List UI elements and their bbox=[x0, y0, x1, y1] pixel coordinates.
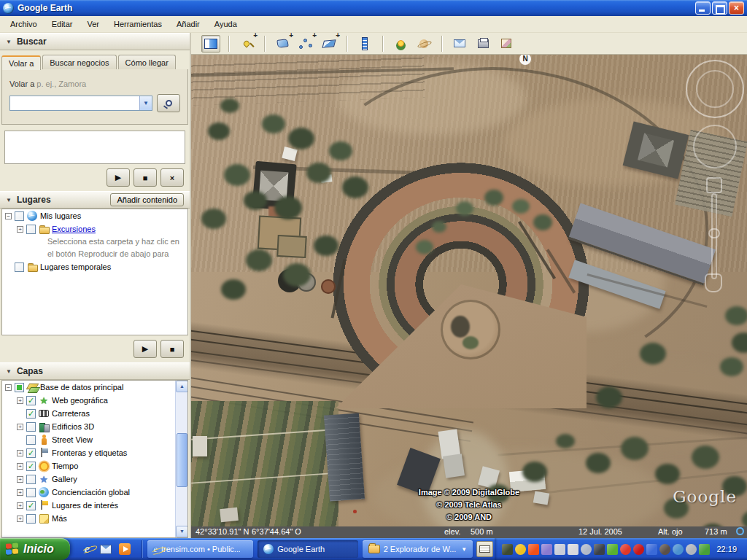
checkbox[interactable] bbox=[15, 262, 24, 272]
tree-row-excursiones[interactable]: + Excursiones bbox=[2, 222, 187, 236]
checkbox-unchecked[interactable] bbox=[26, 488, 36, 497]
tray-icon-11[interactable] bbox=[646, 544, 657, 555]
tree-row-lugares-temporales[interactable]: Lugares temporales bbox=[2, 260, 187, 273]
minimize-button[interactable] bbox=[695, 1, 711, 15]
flyto-combobox[interactable]: ▼ bbox=[9, 96, 152, 111]
menu-ayuda[interactable]: Ayuda bbox=[207, 18, 244, 31]
places-panel-header[interactable]: ▼ Lugares Añadir contenido bbox=[0, 191, 190, 209]
view-in-maps-button[interactable] bbox=[497, 35, 516, 52]
collapse-triangle-icon[interactable]: ▼ bbox=[6, 197, 12, 203]
expand-expander[interactable]: + bbox=[17, 476, 23, 483]
satellite-imagery[interactable]: N Image © 2009 DigitalGlobe © 2009 Tele … bbox=[191, 55, 747, 526]
compass-inner-ring[interactable] bbox=[696, 70, 734, 108]
tray-icon-2[interactable] bbox=[528, 544, 539, 555]
language-bar-button[interactable] bbox=[476, 541, 493, 557]
tray-icon-15[interactable] bbox=[699, 544, 710, 555]
tray-icon-13[interactable] bbox=[673, 544, 684, 555]
add-image-overlay-button[interactable] bbox=[320, 35, 338, 52]
tree-row-mis-lugares[interactable]: − Mis lugares bbox=[2, 209, 187, 222]
checkbox-unchecked[interactable] bbox=[26, 435, 36, 445]
task-button-trensim[interactable]: e trensim.com • Public... bbox=[147, 540, 253, 558]
tray-icon-6[interactable] bbox=[581, 544, 592, 555]
tray-icon-1[interactable] bbox=[515, 544, 526, 555]
tray-icon-3[interactable] bbox=[541, 544, 552, 555]
search-button[interactable] bbox=[157, 94, 180, 112]
outlook-express-icon[interactable] bbox=[99, 542, 112, 556]
restore-button[interactable] bbox=[712, 1, 727, 15]
sunlight-button[interactable] bbox=[391, 35, 410, 52]
tray-icon-10[interactable] bbox=[633, 544, 644, 555]
layer-row-tiempo[interactable]: + ✓ Tiempo bbox=[2, 459, 187, 472]
collapse-triangle-icon[interactable]: ▼ bbox=[6, 368, 12, 375]
expand-expander[interactable]: + bbox=[17, 463, 23, 470]
expand-expander[interactable]: + bbox=[17, 516, 23, 522]
combo-dropdown-icon[interactable]: ▼ bbox=[139, 96, 152, 110]
email-button[interactable] bbox=[450, 35, 469, 52]
add-placemark-button[interactable] bbox=[237, 35, 256, 52]
layer-row-web-geografica[interactable]: + ✓ ★ Web geográfica bbox=[2, 394, 187, 407]
move-joystick[interactable] bbox=[693, 125, 737, 168]
clock[interactable]: 22:19 bbox=[712, 545, 743, 553]
tray-icon-4[interactable] bbox=[554, 544, 565, 555]
expand-expander[interactable]: + bbox=[17, 502, 23, 509]
tray-icon-9[interactable] bbox=[620, 544, 631, 555]
layer-row-lugares-interes[interactable]: + ✓ Lugares de interés bbox=[2, 499, 187, 512]
zoom-out-button[interactable] bbox=[705, 273, 722, 292]
start-button[interactable]: Inicio bbox=[0, 538, 70, 560]
menu-herramientas[interactable]: Herramientas bbox=[107, 18, 169, 31]
layer-row-concienciacion[interactable]: + Concienciación global bbox=[2, 486, 187, 499]
map-viewport[interactable]: N Image © 2009 DigitalGlobe © 2009 Tele … bbox=[191, 55, 747, 538]
menu-archivo[interactable]: Archivo bbox=[3, 18, 44, 31]
checkbox-checked[interactable]: ✓ bbox=[26, 462, 36, 471]
tray-icon-14[interactable] bbox=[686, 544, 697, 555]
checkbox[interactable] bbox=[15, 211, 24, 221]
expand-expander[interactable]: + bbox=[17, 450, 23, 456]
checkbox-unchecked[interactable] bbox=[26, 514, 36, 524]
checkbox-partial[interactable] bbox=[15, 383, 24, 392]
checkbox-unchecked[interactable] bbox=[26, 422, 36, 432]
zoom-in-button[interactable] bbox=[706, 177, 722, 193]
add-path-button[interactable] bbox=[296, 35, 315, 52]
layers-panel-header[interactable]: ▼ Capas bbox=[0, 362, 190, 380]
tab-volar-a[interactable]: Volar a bbox=[1, 55, 41, 70]
tray-icon-5[interactable] bbox=[568, 544, 578, 555]
stop-tour-button[interactable]: ■ bbox=[160, 340, 184, 358]
layer-row-gallery[interactable]: + ★ Gallery bbox=[2, 472, 187, 486]
checkbox[interactable] bbox=[26, 225, 36, 234]
expand-expander[interactable]: + bbox=[17, 397, 23, 404]
expand-expander[interactable]: + bbox=[17, 226, 23, 233]
layer-row-street-view[interactable]: Street View bbox=[2, 433, 187, 446]
checkbox-checked[interactable]: ✓ bbox=[26, 396, 36, 405]
menu-ver[interactable]: Ver bbox=[80, 18, 107, 31]
flyto-input[interactable] bbox=[10, 96, 139, 110]
clear-results-button[interactable]: × bbox=[160, 168, 184, 187]
add-content-button[interactable]: Añadir contenido bbox=[110, 193, 184, 206]
collapse-expander[interactable]: − bbox=[5, 384, 12, 391]
checkbox-checked[interactable]: ✓ bbox=[26, 501, 36, 510]
zoom-slider-handle[interactable] bbox=[708, 228, 720, 238]
close-button[interactable]: × bbox=[729, 1, 744, 15]
switch-planet-button[interactable] bbox=[414, 35, 433, 52]
toggle-sidebar-button[interactable] bbox=[201, 35, 220, 52]
add-polygon-button[interactable] bbox=[273, 35, 292, 52]
task-button-explorer-group[interactable]: 2 Explorador de W... ▼ bbox=[363, 540, 473, 558]
task-button-google-earth[interactable]: Google Earth bbox=[258, 540, 357, 558]
checkbox-unchecked[interactable] bbox=[26, 475, 36, 484]
collapse-triangle-icon[interactable]: ▼ bbox=[6, 39, 12, 45]
expand-expander[interactable]: + bbox=[17, 489, 23, 496]
scroll-down-button[interactable]: ▼ bbox=[176, 526, 188, 537]
layer-row-base[interactable]: − Base de datos principal bbox=[2, 381, 187, 394]
menu-editar[interactable]: Editar bbox=[44, 18, 80, 31]
media-player-icon[interactable] bbox=[118, 542, 131, 556]
internet-explorer-icon[interactable]: e bbox=[80, 542, 93, 556]
menu-anadir[interactable]: Añadir bbox=[169, 18, 207, 31]
checkbox-checked[interactable]: ✓ bbox=[26, 409, 36, 419]
tab-como-llegar[interactable]: Cómo llegar bbox=[118, 55, 176, 69]
tray-icon-12[interactable] bbox=[659, 544, 670, 555]
layers-scrollbar[interactable]: ▲ ▼ bbox=[175, 381, 187, 537]
expand-expander[interactable]: + bbox=[17, 424, 23, 430]
play-tour-button[interactable]: ▶ bbox=[107, 168, 130, 187]
ruler-button[interactable] bbox=[355, 35, 374, 52]
print-button[interactable] bbox=[473, 35, 492, 52]
tray-icon-0[interactable] bbox=[502, 544, 513, 555]
